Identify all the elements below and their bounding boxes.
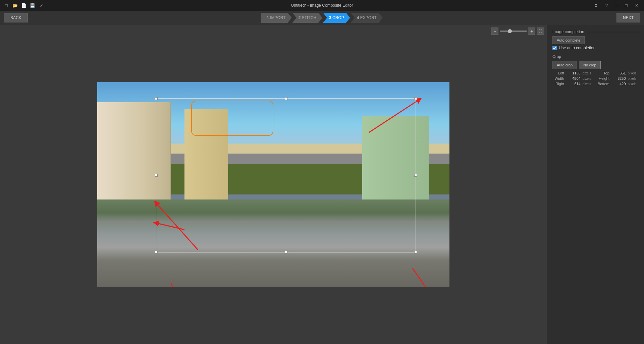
- ground-layer: [97, 199, 449, 287]
- left-value: 1136: [566, 71, 581, 75]
- fullscreen-button[interactable]: ⛶: [537, 27, 544, 35]
- height-value: 3250: [611, 76, 626, 80]
- top-value: 351: [611, 71, 626, 75]
- save-icon[interactable]: 💾: [30, 2, 36, 8]
- crop-title: Crop: [552, 54, 639, 59]
- zoom-in-button[interactable]: +: [528, 27, 535, 35]
- open-project-icon[interactable]: 📂: [12, 2, 18, 8]
- bottom-value: 429: [611, 82, 626, 86]
- next-button[interactable]: NEXT: [616, 13, 640, 22]
- bottom-unit: pixels: [628, 82, 639, 86]
- crop-section: Crop Auto crop No crop Left 1136 pixels …: [552, 54, 639, 86]
- close-button[interactable]: ✕: [633, 2, 641, 9]
- top-label: Top: [595, 71, 609, 75]
- titlebar-left: □ 📂 📄 💾 ✓: [3, 2, 44, 8]
- workflow-steps: 1 IMPORT 2 STITCH 3 CROP 4 EXPORT: [261, 13, 383, 23]
- step-import[interactable]: 1 IMPORT: [261, 13, 291, 23]
- auto-crop-button[interactable]: Auto crop: [552, 61, 577, 69]
- width-label: Width: [552, 76, 564, 80]
- canvas-area[interactable]: − + ⛶: [0, 25, 547, 344]
- left-label: Left: [552, 71, 564, 75]
- image-completion-section: Image completion Auto complete Use auto …: [552, 30, 639, 50]
- maximize-button[interactable]: □: [623, 2, 630, 9]
- use-auto-completion-checkbox[interactable]: [552, 46, 557, 50]
- settings-icon[interactable]: ⚙: [592, 2, 600, 9]
- step-stitch[interactable]: 2 STITCH: [292, 13, 322, 23]
- top-unit: pixels: [628, 71, 639, 75]
- window-title: Untitled* - Image Composite Editor: [291, 3, 353, 8]
- width-value: 4804: [566, 76, 581, 80]
- open-file-icon[interactable]: 📄: [21, 2, 27, 8]
- crop-buttons: Auto crop No crop: [552, 61, 639, 69]
- use-auto-completion-row: Use auto completion: [552, 46, 639, 50]
- step-export[interactable]: 4 EXPORT: [351, 13, 383, 23]
- height-label: Height: [595, 76, 609, 80]
- zoom-out-button[interactable]: −: [491, 27, 498, 35]
- step-crop-label: 3 CROP: [329, 15, 344, 20]
- left-unit: pixels: [583, 71, 593, 75]
- titlebar-controls: ⚙ ? – □ ✕: [592, 2, 641, 9]
- right-label: Right: [552, 82, 564, 86]
- use-auto-completion-label: Use auto completion: [559, 46, 595, 50]
- image-container: [0, 25, 547, 344]
- navbar: BACK 1 IMPORT 2 STITCH 3 CROP 4 EXPORT N…: [0, 11, 644, 25]
- no-crop-button[interactable]: No crop: [579, 61, 601, 69]
- bottom-label: Bottom: [595, 82, 609, 86]
- step-crop[interactable]: 3 CROP: [323, 13, 350, 23]
- main-content: − + ⛶: [0, 25, 644, 344]
- right-value: 614: [566, 82, 581, 86]
- new-icon[interactable]: □: [3, 2, 9, 8]
- panorama-image: [97, 82, 449, 287]
- titlebar: □ 📂 📄 💾 ✓ Untitled* - Image Composite Ed…: [0, 0, 644, 11]
- back-button[interactable]: BACK: [4, 13, 28, 22]
- right-unit: pixels: [583, 82, 593, 86]
- crop-properties: Left 1136 pixels Top 351 pixels Width 48…: [552, 71, 639, 86]
- step-stitch-label: 2 STITCH: [299, 15, 316, 20]
- minimize-button[interactable]: –: [613, 2, 620, 9]
- auto-complete-button[interactable]: Auto complete: [552, 36, 585, 44]
- navbar-right: NEXT: [616, 13, 644, 22]
- step-import-label: 1 IMPORT: [267, 15, 285, 20]
- zoom-slider-thumb[interactable]: [508, 29, 512, 33]
- zoom-slider[interactable]: [500, 31, 527, 32]
- step-export-label: 4 EXPORT: [357, 15, 377, 20]
- image-completion-title: Image completion: [552, 30, 639, 34]
- right-panel: Image completion Auto complete Use auto …: [547, 25, 644, 344]
- width-unit: pixels: [583, 77, 593, 80]
- height-unit: pixels: [628, 77, 639, 80]
- export-icon[interactable]: ✓: [38, 2, 44, 8]
- zoom-controls: − + ⛶: [491, 27, 544, 35]
- help-icon[interactable]: ?: [603, 2, 610, 9]
